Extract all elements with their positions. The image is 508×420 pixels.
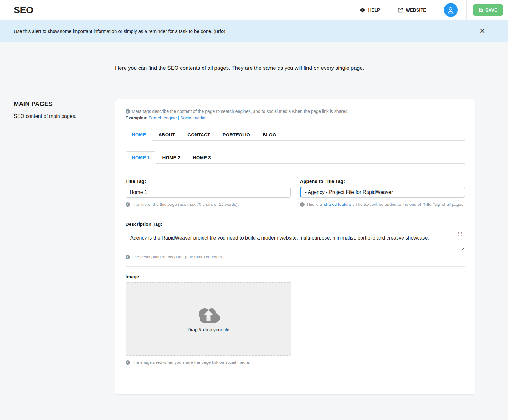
search-engine-example-link[interactable]: Search engine [148,115,177,120]
info-alert: Use this alert to show some important in… [0,20,508,42]
append-title-tag-label: Append to Title Tag: [300,179,465,184]
description-tag-help: i The description of this page (use max … [126,255,465,259]
tab-portfolio[interactable]: PORTFOLIO [217,129,257,141]
page-title: SEO [0,0,351,20]
info-icon: i [126,202,130,207]
examples-label: Examples [126,115,146,120]
info-icon: i [126,255,130,259]
section-header: MAIN PAGES SEO content of main pages. [14,99,115,395]
tab-blog[interactable]: BLOG [256,129,282,141]
lifebuoy-icon [360,7,365,13]
save-cell: SAVE [466,0,508,20]
title-tag-label: Title Tag: [126,179,291,184]
help-button[interactable]: HELP [351,0,388,20]
description-tag-label: Description Tag: [126,221,465,227]
header-actions: HELP WEBSITE [351,0,508,20]
social-media-example-link[interactable]: Social media [180,115,205,120]
title-tag-help: i The title of the this page (use max 70… [126,202,291,207]
description-tag-input[interactable]: Agency is the RapidWeaver project file y… [126,230,465,250]
seo-card: i Meta tags describe the content of the … [115,99,475,395]
fullscreen-expand-icon[interactable] [458,232,462,236]
alert-text-pre: Use this alert to show some important in… [14,28,215,34]
title-tag-field: Title Tag: i The title of the this page … [126,179,291,207]
subtab-home-2[interactable]: HOME 2 [156,151,187,164]
section-subtitle: SEO content of main pages. [14,114,115,119]
alert-text-post: ) [224,28,225,34]
image-dropzone[interactable]: Drag & drop your file [126,282,291,356]
help-label: HELP [368,8,380,13]
close-icon[interactable]: × [479,28,486,34]
home-subtabs: HOME 1 HOME 2 HOME 3 [126,151,465,164]
website-button[interactable]: WEBSITE [389,0,435,20]
intro-text: Here you can find the SEO contents of al… [115,65,475,71]
section-title: MAIN PAGES [14,100,115,108]
meta-info-text: Meta tags describe the content of the pa… [132,109,349,114]
external-link-icon [398,7,403,13]
subtab-home-3[interactable]: HOME 3 [187,151,217,164]
append-title-tag-field: Append to Title Tag: i This is a shared … [300,179,465,207]
image-label: Image: [126,274,465,279]
info-icon: i [300,202,305,207]
user-icon [449,7,452,10]
append-title-tag-input[interactable] [300,187,465,198]
tab-about[interactable]: ABOUT [152,129,181,141]
alert-info-link[interactable]: Info [215,28,224,34]
info-icon: i [126,360,130,365]
user-menu[interactable] [435,0,466,20]
append-title-tag-help: i This is a shared feature . The text wi… [300,202,465,207]
page-tabs: HOME ABOUT CONTACT PORTFOLIO BLOG [126,129,465,141]
examples-colon: : [146,115,147,120]
upload-cloud-icon [195,306,222,325]
avatar [444,3,458,17]
image-field: Image: [126,274,465,365]
save-button[interactable]: SAVE [473,4,503,16]
floppy-disk-icon [479,8,483,13]
tab-home[interactable]: HOME [126,129,152,141]
title-tag-input[interactable] [126,187,291,198]
alert-text: Use this alert to show some important in… [14,28,479,34]
divider [126,266,465,267]
save-label: SAVE [485,8,497,13]
divider [126,214,465,214]
shared-feature-link[interactable]: shared feature [324,202,351,207]
info-icon: i [126,109,130,114]
subtab-home-1[interactable]: HOME 1 [126,151,156,164]
app-header: SEO HELP [0,0,508,20]
image-help: i The image used when you share the page… [126,360,465,365]
description-tag-field: Description Tag: Agency is the RapidWeav… [126,221,465,259]
examples-line: Examples: Search engine | Social media [126,115,465,120]
dropzone-text: Drag & drop your file [188,327,229,332]
examples-separator: | [178,115,179,120]
meta-info-line: i Meta tags describe the content of the … [126,109,465,114]
website-label: WEBSITE [406,8,426,13]
tab-contact[interactable]: CONTACT [181,129,216,141]
